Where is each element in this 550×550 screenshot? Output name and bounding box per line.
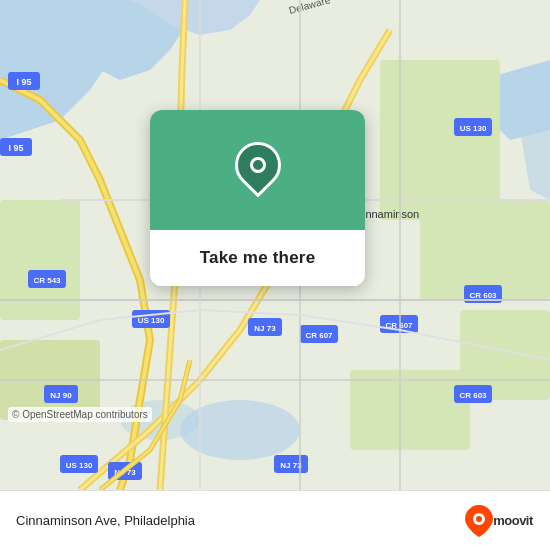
- svg-text:US 130: US 130: [460, 124, 487, 133]
- svg-rect-5: [380, 60, 500, 220]
- moovit-logo: moovit: [464, 504, 534, 538]
- svg-rect-8: [350, 370, 470, 450]
- svg-point-1: [180, 400, 300, 460]
- svg-text:NJ 90: NJ 90: [50, 391, 72, 400]
- moovit-pin-icon: [465, 505, 493, 537]
- svg-text:CR 603: CR 603: [469, 291, 497, 300]
- svg-text:I 95: I 95: [8, 143, 23, 153]
- svg-text:CR 543: CR 543: [33, 276, 61, 285]
- svg-text:CR 607: CR 607: [305, 331, 333, 340]
- address-text: Cinnaminson Ave, Philadelphia: [16, 513, 195, 528]
- svg-text:CR 603: CR 603: [459, 391, 487, 400]
- svg-text:NJ 73: NJ 73: [280, 461, 302, 470]
- svg-rect-3: [0, 200, 80, 320]
- osm-credit: © OpenStreetMap contributors: [8, 407, 152, 422]
- svg-text:NJ 73: NJ 73: [254, 324, 276, 333]
- svg-point-48: [476, 516, 482, 522]
- popup-map-header: [150, 110, 365, 230]
- svg-text:US 130: US 130: [66, 461, 93, 470]
- map-container: I 95 I 95 NJ 73 NJ 73 NJ 73 US 130 US 13…: [0, 0, 550, 490]
- bottom-bar: Cinnaminson Ave, Philadelphia moovit: [0, 490, 550, 550]
- location-pin: [235, 142, 281, 198]
- moovit-label: moovit: [493, 513, 533, 528]
- svg-text:US 130: US 130: [138, 316, 165, 325]
- svg-text:I 95: I 95: [16, 77, 31, 87]
- take-me-there-button[interactable]: Take me there: [150, 230, 365, 286]
- popup-card: Take me there: [150, 110, 365, 286]
